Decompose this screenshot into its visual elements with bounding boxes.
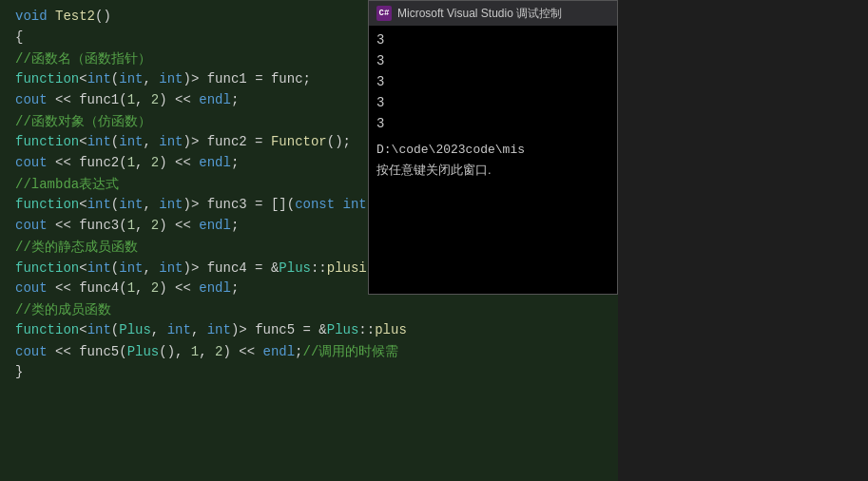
output-line-2: 3 [376,50,609,71]
code-line-18: } [0,363,618,384]
output-line-3: 3 [376,71,609,92]
console-title: Microsoft Visual Studio 调试控制 [397,6,562,22]
console-body: 3 3 3 3 3 D:\code\2023code\mis 按任意键关闭此窗口… [369,26,617,183]
output-line-4: 3 [376,92,609,113]
console-panel: C# Microsoft Visual Studio 调试控制 3 3 3 3 … [368,0,618,295]
output-line-1: 3 [376,29,609,50]
vs-icon: C# [376,6,392,21]
console-close-msg: 按任意键关闭此窗口. [376,161,609,180]
output-line-5: 3 [376,113,609,134]
console-path: D:\code\2023code\mis [376,140,609,161]
code-line-16: function<int(Plus, int, int)> func5 = &P… [0,321,618,342]
console-titlebar: C# Microsoft Visual Studio 调试控制 [369,1,617,26]
code-line-15: //类的成员函数 [0,300,618,321]
code-line-17: cout << func5(Plus(), 1, 2) << endl;//调用… [0,342,618,363]
code-editor[interactable]: void Test2() { //函数名（函数指针） function<int(… [0,0,618,481]
